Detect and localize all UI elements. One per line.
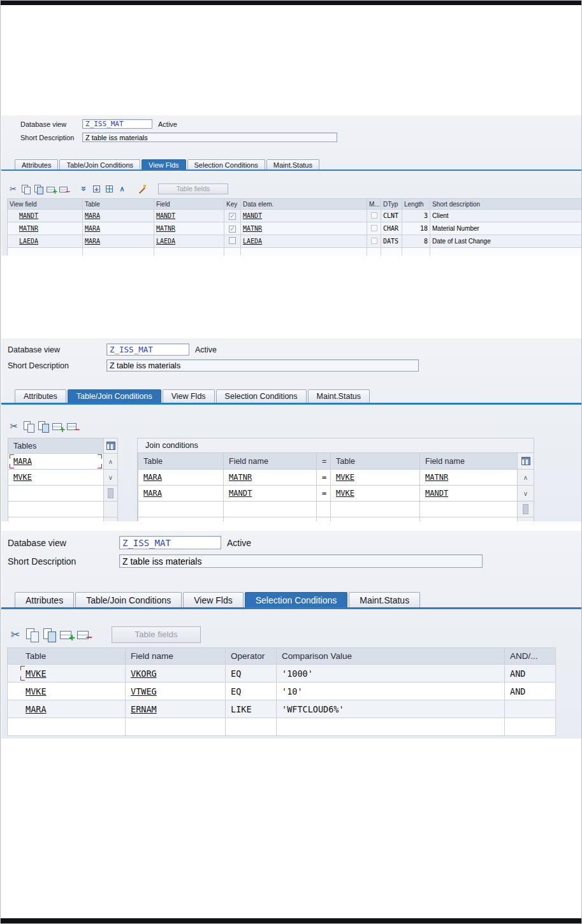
field-link[interactable]: MANDT	[229, 489, 252, 498]
data-elem-link[interactable]: MATNR	[243, 225, 262, 232]
delete-row-icon[interactable]	[66, 421, 79, 433]
join-cell[interactable]: MATNR	[224, 470, 317, 486]
empty-join-cell[interactable]	[420, 502, 518, 517]
tab-view-flds[interactable]: View Flds	[142, 159, 186, 170]
join-cell[interactable]: MARA	[138, 470, 224, 486]
copy-icon[interactable]	[22, 421, 35, 433]
tab-table-join-conditions[interactable]: Table/Join Conditions	[75, 592, 182, 607]
delete-row-icon[interactable]	[76, 628, 92, 642]
short-description-input[interactable]: Z table iss materials	[106, 359, 419, 372]
field-link[interactable]: MANDT	[425, 489, 448, 498]
scrollbar-thumb[interactable]	[518, 502, 534, 517]
empty-join-cell[interactable]	[224, 517, 317, 521]
insert-row-icon[interactable]	[46, 184, 57, 194]
database-view-input[interactable]: Z_ISS_MAT	[82, 119, 152, 129]
data-elem-link[interactable]: MANDT	[243, 212, 262, 219]
view-field-link[interactable]: MANDT	[19, 212, 38, 219]
cut-icon[interactable]	[8, 184, 18, 194]
table-link[interactable]: MARA	[13, 457, 32, 466]
join-cell[interactable]: MARA	[138, 486, 224, 502]
comparison-value-cell[interactable]: '1000'	[282, 668, 313, 679]
tab-table-join-conditions[interactable]: Table/Join Conditions	[68, 389, 161, 403]
scroll-up-button[interactable]: ∧	[104, 454, 118, 470]
join-cell[interactable]: MANDT	[420, 486, 518, 502]
table-row[interactable]: MATNR MARA MATNR ✓ MATNR CHAR 18 Materia…	[8, 222, 582, 235]
wand-icon[interactable]	[136, 184, 147, 194]
copy-icon[interactable]	[25, 628, 40, 642]
cut-icon[interactable]	[8, 421, 20, 433]
table-link[interactable]: MVKE	[25, 668, 47, 679]
scroll-up-button[interactable]: ∧	[518, 470, 534, 486]
field-link[interactable]: LAEDA	[156, 238, 175, 245]
tab-maint-status[interactable]: Maint.Status	[349, 592, 420, 607]
tab-attributes[interactable]: Attributes	[15, 592, 74, 607]
empty-join-cell[interactable]	[138, 502, 224, 517]
field-link[interactable]: ERNAM	[131, 704, 157, 714]
cut-icon[interactable]	[8, 628, 23, 642]
filter-icon[interactable]	[78, 184, 89, 194]
view-field-link[interactable]: MATNR	[19, 225, 38, 232]
table-fields-button[interactable]: Table fields	[112, 626, 201, 643]
comparison-value-cell[interactable]: 'WFTCLOUD6%'	[282, 704, 344, 714]
tab-view-flds[interactable]: View Flds	[183, 592, 243, 607]
tab-table-join-conditions[interactable]: Table/Join Conditions	[59, 159, 140, 170]
move-up-icon[interactable]	[117, 184, 127, 194]
and-or-cell[interactable]: AND	[510, 686, 525, 697]
join-cell[interactable]: MATNR	[420, 470, 518, 486]
empty-join-cell[interactable]	[331, 517, 420, 521]
table-row[interactable]: MANDT MARA MANDT ✓ MANDT CLNT 3 Client	[8, 210, 582, 222]
paste-icon[interactable]	[37, 421, 50, 433]
view-field-link[interactable]: LAEDA	[19, 238, 38, 245]
scrollbar-track[interactable]	[104, 502, 118, 517]
key-checkbox[interactable]: ✓	[229, 213, 236, 220]
database-view-input[interactable]: Z_ISS_MAT	[119, 536, 221, 549]
table-layout-icon[interactable]	[518, 453, 534, 470]
mod-checkbox[interactable]	[371, 212, 377, 219]
table-row[interactable]: MVKE VKORG EQ '1000' AND	[8, 665, 556, 682]
tab-maint-status[interactable]: Maint.Status	[266, 159, 319, 170]
join-cell[interactable]: MVKE	[331, 470, 420, 486]
scroll-down-button[interactable]: ∨	[518, 486, 534, 502]
table-link[interactable]: MARA	[143, 489, 162, 498]
mod-checkbox[interactable]	[371, 238, 377, 244]
empty-tables-row[interactable]	[8, 486, 104, 502]
paste-icon[interactable]	[33, 184, 44, 194]
tables-row[interactable]: MVKE	[8, 470, 104, 486]
operator-cell[interactable]: EQ	[231, 668, 241, 679]
table-fields-button[interactable]: Table fields	[158, 184, 228, 194]
field-link[interactable]: VKORG	[131, 668, 157, 679]
database-view-input[interactable]: Z_ISS_MAT	[106, 343, 189, 356]
table-row[interactable]: MARA ERNAM LIKE 'WFTCLOUD6%'	[8, 700, 556, 718]
and-or-cell[interactable]: AND	[510, 668, 525, 679]
table-link[interactable]: MVKE	[13, 473, 32, 482]
table-link[interactable]: MARA	[25, 704, 47, 714]
empty-join-cell[interactable]	[420, 517, 518, 521]
comparison-value-cell[interactable]: '10'	[282, 686, 303, 697]
field-link[interactable]: MATNR	[156, 225, 175, 232]
operator-cell[interactable]: LIKE	[231, 704, 252, 714]
scrollbar-thumb[interactable]	[104, 486, 118, 502]
short-description-input[interactable]: Z table iss materials	[119, 554, 483, 568]
tab-maint-status[interactable]: Maint.Status	[308, 389, 370, 403]
table-layout-icon[interactable]	[104, 438, 118, 454]
table-link[interactable]: MVKE	[25, 686, 47, 697]
empty-tables-row[interactable]	[8, 502, 104, 517]
expand-icon[interactable]	[91, 184, 102, 194]
table-row[interactable]: LAEDA MARA LAEDA LAEDA DATS 8 Date of La…	[8, 235, 582, 248]
key-checkbox[interactable]: ✓	[229, 226, 236, 233]
operator-cell[interactable]: EQ	[231, 686, 241, 697]
short-description-input[interactable]: Z table iss materials	[82, 133, 337, 142]
scrollbar-track[interactable]	[104, 517, 118, 521]
empty-join-cell[interactable]	[224, 502, 317, 517]
field-link[interactable]: MATNR	[229, 473, 252, 482]
insert-row-icon[interactable]	[52, 421, 64, 433]
tab-selection-conditions[interactable]: Selection Conditions	[245, 592, 348, 607]
tab-attributes[interactable]: Attributes	[15, 159, 58, 170]
paste-icon[interactable]	[42, 628, 57, 642]
empty-table-row[interactable]	[8, 718, 556, 736]
insert-row-icon[interactable]	[59, 628, 75, 642]
copy-icon[interactable]	[20, 184, 31, 194]
table-link[interactable]: MVKE	[336, 489, 354, 498]
tab-selection-conditions[interactable]: Selection Conditions	[216, 389, 307, 403]
empty-tables-row[interactable]	[8, 517, 104, 521]
